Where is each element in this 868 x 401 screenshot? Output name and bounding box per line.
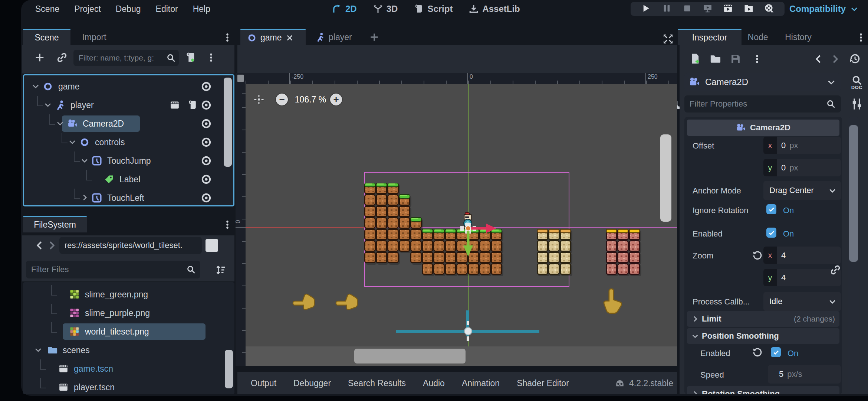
movie-maker-button[interactable] xyxy=(764,3,774,15)
history-forward-icon[interactable] xyxy=(829,53,841,65)
filter-properties-input[interactable] xyxy=(684,95,841,113)
enabled-checkbox[interactable] xyxy=(766,228,776,238)
menu-project[interactable]: Project xyxy=(74,4,101,14)
fs-split-mode-button[interactable] xyxy=(206,239,218,252)
close-tab-icon[interactable] xyxy=(286,34,294,42)
scene-tree-item-touchleft[interactable]: TouchLeft xyxy=(24,189,233,207)
fs-item-scenes[interactable]: scenes xyxy=(23,341,234,359)
workspace-script[interactable]: Script xyxy=(414,4,453,14)
scene-dock-tab-scene[interactable]: Scene xyxy=(23,29,70,45)
new-resource-icon[interactable] xyxy=(689,53,701,65)
visibility-eye-icon[interactable] xyxy=(201,155,212,166)
zoom-y-field[interactable]: y 4 xyxy=(763,269,841,286)
pause-button[interactable] xyxy=(662,3,672,15)
horizontal-scrollbar-thumb[interactable] xyxy=(354,349,466,363)
drag-anchor-handle[interactable] xyxy=(464,327,472,335)
inspector-menu-icon[interactable] xyxy=(856,33,866,42)
enabled-checkbox[interactable] xyxy=(771,347,781,357)
menu-editor[interactable]: Editor xyxy=(156,4,178,14)
zoom-in-button[interactable]: + xyxy=(330,94,342,105)
scene-tree[interactable]: gameplayerCamera2DcontrolsTouchJumpLabel… xyxy=(23,74,234,206)
script-badge-icon[interactable] xyxy=(187,100,198,110)
move-gizmo[interactable] xyxy=(453,213,519,262)
bottom-tab-shader-editor[interactable]: Shader Editor xyxy=(517,378,569,388)
scene-tree-item-game[interactable]: game xyxy=(24,77,233,96)
attach-script-icon[interactable] xyxy=(185,52,196,63)
revert-icon[interactable] xyxy=(752,347,763,358)
scene-tree-item-camera2d[interactable]: Camera2D xyxy=(24,114,233,133)
inspector-tab-history[interactable]: History xyxy=(774,29,822,45)
offset-y-field[interactable]: y 0 px xyxy=(763,159,841,176)
bottom-tab-animation[interactable]: Animation xyxy=(462,378,500,388)
save-resource-icon[interactable] xyxy=(730,53,741,65)
remote-debug-button[interactable] xyxy=(703,3,713,15)
fs-item-slime_green-png[interactable]: slime_green.png xyxy=(23,285,234,304)
visibility-eye-icon[interactable] xyxy=(201,174,212,185)
zoom-level-label[interactable]: 106.7 % xyxy=(290,94,331,105)
add-node-icon[interactable] xyxy=(34,52,45,63)
scene-tab-player[interactable]: player xyxy=(309,29,364,45)
section-limit[interactable]: Limit (2 changes) xyxy=(687,311,839,327)
section-position-smoothing[interactable]: Position Smoothing xyxy=(687,328,839,344)
scene-tree-menu-icon[interactable] xyxy=(206,53,216,62)
play-button[interactable] xyxy=(641,3,651,15)
fs-item-world_tileset-png[interactable]: world_tileset.png xyxy=(23,322,234,341)
anchor-mode-dropdown[interactable]: Drag Center xyxy=(763,181,841,200)
scene-filter-input[interactable] xyxy=(73,50,179,66)
scene-tree-scrollbar-thumb[interactable] xyxy=(224,78,232,167)
sort-files-icon[interactable] xyxy=(215,264,226,276)
inspector-object-selector[interactable]: Camera2D xyxy=(684,73,841,91)
zoom-out-button[interactable]: − xyxy=(276,94,288,105)
filter-files-input[interactable] xyxy=(26,261,200,278)
new-scene-tab-icon[interactable] xyxy=(369,32,379,42)
fs-back-icon[interactable] xyxy=(34,240,45,251)
focus-selection-icon[interactable] xyxy=(254,94,264,105)
visibility-eye-icon[interactable] xyxy=(201,118,212,129)
offset-x-field[interactable]: x 0 px xyxy=(763,137,841,154)
open-docs-icon[interactable]: DOC xyxy=(849,73,865,92)
workspace-assetlib[interactable]: AssetLib xyxy=(469,4,520,14)
workspace-2d[interactable]: 2D xyxy=(332,4,357,14)
object-section-header[interactable]: Camera2D xyxy=(687,120,839,136)
bottom-tab-search-results[interactable]: Search Results xyxy=(348,378,406,388)
menu-debug[interactable]: Debug xyxy=(116,4,141,14)
stop-button[interactable] xyxy=(682,3,692,15)
ignore rotation-checkbox[interactable] xyxy=(766,204,776,214)
property-tools-icon[interactable] xyxy=(850,97,864,111)
filesystem-dock-tab[interactable]: FileSystem xyxy=(23,216,87,232)
play-scene-button[interactable] xyxy=(723,3,733,15)
link-values-icon[interactable] xyxy=(830,264,841,276)
filesystem-tree[interactable]: slime_green.pngslime_purple.pngworld_til… xyxy=(23,282,234,394)
collapse-arrow-icon[interactable] xyxy=(80,156,89,164)
menu-scene[interactable]: Scene xyxy=(35,4,59,14)
fs-item-player-tscn[interactable]: player.tscn xyxy=(23,378,234,397)
renderer-select[interactable]: Compatibility xyxy=(789,0,858,18)
bottom-tab-output[interactable]: Output xyxy=(251,378,276,388)
edit-history-icon[interactable] xyxy=(849,53,861,65)
collapse-arrow-icon[interactable] xyxy=(68,138,76,146)
menu-help[interactable]: Help xyxy=(193,4,210,14)
visibility-eye-icon[interactable] xyxy=(201,100,212,111)
inspector-tab-node[interactable]: Node xyxy=(742,29,774,45)
zoom-x-field[interactable]: x 4 xyxy=(763,247,841,264)
load-resource-icon[interactable] xyxy=(710,53,721,65)
scene-tree-item-player[interactable]: player xyxy=(24,96,233,114)
instance-scene-icon[interactable] xyxy=(56,52,68,63)
expand-arrow-icon[interactable] xyxy=(80,193,89,202)
collapse-arrow-icon[interactable] xyxy=(34,346,42,354)
vertical-scrollbar-thumb[interactable] xyxy=(660,134,671,222)
fs-item-game-tscn[interactable]: game.tscn xyxy=(23,359,234,378)
inspector-scrollbar-thumb[interactable] xyxy=(849,125,858,262)
play-custom-scene-button[interactable] xyxy=(744,3,754,15)
fs-forward-icon[interactable] xyxy=(46,240,57,251)
scene-tree-item-label[interactable]: Label xyxy=(24,170,233,189)
inspector-scrollbar-track[interactable] xyxy=(848,117,859,394)
bottom-tab-audio[interactable]: Audio xyxy=(423,378,445,388)
section-rotation-smoothing[interactable]: Rotation Smoothing xyxy=(687,386,839,394)
horizontal-scrollbar-track[interactable] xyxy=(246,346,677,366)
history-back-icon[interactable] xyxy=(813,53,824,65)
viewport-canvas[interactable]: − 106.7 % + xyxy=(246,84,677,366)
collapse-arrow-icon[interactable] xyxy=(56,119,64,127)
scene-dock-tab-import[interactable]: Import xyxy=(70,29,118,45)
collapse-arrow-icon[interactable] xyxy=(32,82,40,90)
